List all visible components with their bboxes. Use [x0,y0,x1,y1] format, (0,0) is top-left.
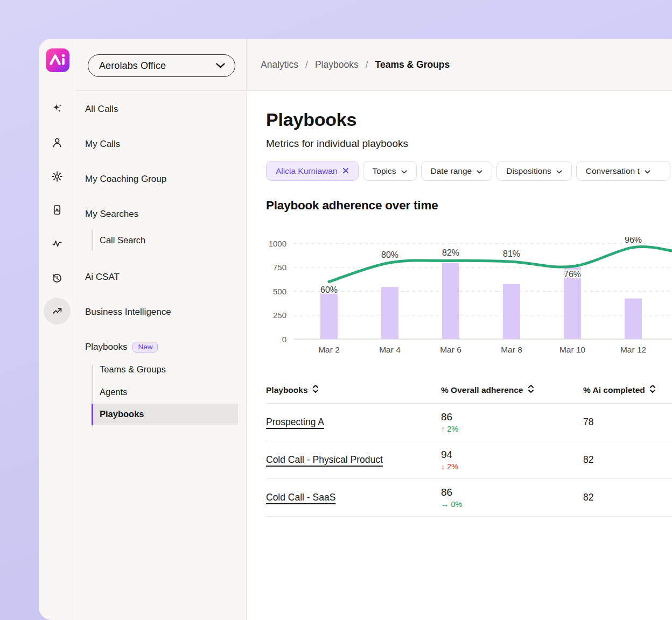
desktop-background: Aerolabs Office All CallsMy CallsMy Coac… [0,0,672,620]
sidebar-item-label: Ai CSAT [85,272,120,283]
icon-rail [39,39,75,620]
filter-chip-date-range[interactable]: Date range [421,161,493,181]
playbook-link[interactable]: Cold Call - SaaS [266,492,335,503]
sidebar-subitem-label: Agents [100,387,127,397]
adherence-cell: 86↑ 2% [441,411,583,433]
sidebar-item-my-searches[interactable]: My Searches [85,207,246,222]
filter-chip-label: Alicia Kurniawan [276,166,338,176]
adherence-delta: → 0% [441,500,583,509]
playbook-link[interactable]: Prospecting A [266,417,324,427]
adherence-value: 94 [441,449,583,461]
sort-icon [649,384,656,396]
sidebar-subitem-label: Playbooks [100,409,144,419]
x-axis-tick: Mar 4 [379,345,401,354]
gear-icon[interactable] [45,165,69,188]
ai-logo [46,48,69,72]
sidebar-subitem-playbooks[interactable]: Playbooks [92,404,238,425]
filter-chip-topics[interactable]: Topics [363,161,417,181]
line-point-label: 96% [625,237,642,244]
chevron-down-icon [401,166,407,176]
sidebar-subitem-teams-groups[interactable]: Teams & Groups [75,362,246,377]
workspace-name: Aerolabs Office [99,60,166,72]
close-icon[interactable] [342,166,349,176]
filter-chip-label: Dispositions [506,166,551,176]
sidebar-item-label: My Calls [85,139,120,150]
x-axis-tick: Mar 12 [620,345,646,354]
app-window: Aerolabs Office All CallsMy CallsMy Coac… [39,39,672,620]
sidebar-item-playbooks[interactable]: PlaybooksNew [85,340,246,355]
sidebar-subitem-label: Call Search [100,235,145,245]
y-axis-tick: 750 [273,263,286,272]
sidebar-item-label: My Coaching Group [85,174,166,185]
breadcrumb-separator: / [366,59,368,71]
page-subtitle: Metrics for individual playbooks [266,138,408,150]
adherence-delta: ↑ 2% [441,425,583,433]
filter-chip-dispositions[interactable]: Dispositions [496,161,572,181]
adherence-delta: ↓ 2% [441,462,583,471]
sidebar-subitem-label: Teams & Groups [100,364,166,375]
sidebar-subsection-playbooks: Teams & GroupsAgentsPlaybooks [75,362,246,428]
breadcrumb-separator: / [305,59,308,71]
table-row-prospecting-a: Prospecting A86↑ 2%78 [266,404,672,441]
bar-mar-2 [320,289,338,339]
breadcrumb-playbooks[interactable]: Playbooks [315,59,359,71]
playbook-link[interactable]: Cold Call - Physical Product [266,454,383,465]
y-axis-tick: 1000 [269,239,286,248]
adherence-cell: 94↓ 2% [441,449,583,471]
ai-completed-value: 82 [583,492,672,503]
filter-chip-conversation-t[interactable]: Conversation t [576,161,670,181]
x-axis-tick: Mar 2 [318,345,340,354]
breadcrumb-current: Teams & Groups [375,59,450,71]
sidebar-header: Aerolabs Office [75,39,246,91]
playbook-cell: Cold Call - Physical Product [266,454,441,466]
sparkles-icon[interactable] [45,97,69,121]
sidebar-item-label: My Searches [85,209,138,220]
filter-chip-label: Topics [373,166,396,176]
sidebar: Aerolabs Office All CallsMy CallsMy Coac… [75,39,247,620]
column-header-ai-completed[interactable]: % Ai completed [583,384,672,396]
line-point-label: 82% [442,248,459,257]
table-body: Prospecting A86↑ 2%78Cold Call - Physica… [266,404,672,517]
history-icon[interactable] [45,266,69,290]
table-header-row: Playbooks% Overall adherence% Ai complet… [266,377,672,404]
line-point-label: 76% [564,270,581,279]
sidebar-subsection-my-searches: Call Search [75,229,246,251]
line-point-label: 60% [320,285,338,294]
bar-mar-6 [442,263,459,339]
sidebar-item-my-calls[interactable]: My Calls [85,137,246,152]
table-row-cold-call-saas: Cold Call - SaaS86→ 0%82 [266,479,672,517]
adherence-value: 86 [441,411,583,423]
new-badge: New [132,342,158,353]
adherence-chart: 02505007501000Mar 2Mar 4Mar 6Mar 8Mar 10… [266,237,672,363]
line-point-label: 81% [503,249,520,258]
filter-chip-label: Date range [431,166,472,176]
main-area: Analytics / Playbooks / Teams & Groups P… [247,39,672,620]
sidebar-nav: All CallsMy CallsMy Coaching GroupMy Sea… [75,91,246,428]
sidebar-item-my-coaching-group[interactable]: My Coaching Group [85,172,246,187]
column-header-playbooks[interactable]: Playbooks [266,384,441,396]
line-point-label: 80% [381,250,398,259]
activity-icon[interactable] [45,232,69,256]
column-header-overall-adherence[interactable]: % Overall adherence [441,384,583,396]
sidebar-subitem-agents[interactable]: Agents [75,384,246,399]
chevron-down-icon [477,166,482,176]
sort-icon [528,384,534,396]
filter-chip-alicia-kurniawan[interactable]: Alicia Kurniawan [266,161,359,181]
filter-chip-label: Conversation t [586,166,640,176]
sidebar-item-label: Playbooks [85,342,127,353]
breadcrumb-analytics[interactable]: Analytics [261,59,298,71]
sidebar-item-ai-csat[interactable]: Ai CSAT [85,270,246,285]
playbook-cell: Cold Call - SaaS [266,492,441,503]
trending-up-icon[interactable] [44,298,71,325]
y-axis-tick: 500 [273,287,286,296]
sidebar-item-all-calls[interactable]: All Calls [85,102,246,117]
sidebar-item-label: All Calls [85,104,118,115]
y-axis-tick: 250 [273,311,286,320]
sidebar-item-business-intelligence[interactable]: Business Intelligence [85,305,246,320]
playbook-icon[interactable] [45,198,69,222]
chart-title: Playbook adherence over time [266,199,438,213]
sidebar-subitem-call-search[interactable]: Call Search [75,229,246,251]
person-icon[interactable] [45,131,69,154]
workspace-selector[interactable]: Aerolabs Office [88,54,235,77]
playbooks-table: Playbooks% Overall adherence% Ai complet… [266,377,672,517]
